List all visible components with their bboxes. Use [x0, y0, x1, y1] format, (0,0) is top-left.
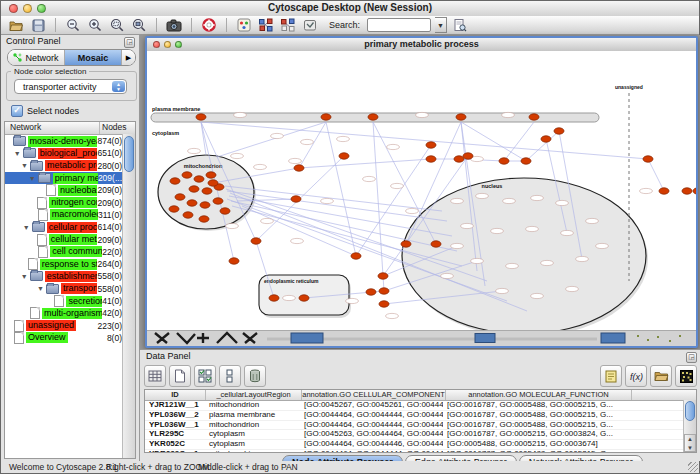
tree-row[interactable]: secretion41(0): [5, 295, 135, 307]
tree-expander-icon[interactable]: ▼: [27, 175, 38, 182]
table-scrollbar-thumb[interactable]: [685, 401, 695, 421]
network-node[interactable]: [401, 241, 411, 247]
network-node[interactable]: [189, 186, 199, 192]
vizmapper-button[interactable]: [235, 17, 253, 33]
network-node[interactable]: [183, 212, 193, 218]
network-node[interactable]: [291, 196, 301, 202]
compartment-nucleus[interactable]: [402, 178, 646, 332]
tree-row[interactable]: ▼metabolic process280(0): [5, 160, 135, 172]
network-edge[interactable]: [299, 159, 431, 168]
network-edge[interactable]: [299, 122, 326, 168]
tree-row[interactable]: ▼transport558(0): [5, 283, 135, 295]
table-scroll-arrows[interactable]: ▲▼: [684, 434, 696, 452]
tree-row[interactable]: response to stimulu264(0): [5, 258, 135, 270]
tree-scrollbar-thumb[interactable]: [124, 136, 134, 172]
network-edge[interactable]: [373, 122, 384, 291]
network-node[interactable]: [659, 188, 669, 194]
network-node[interactable]: [269, 295, 279, 301]
attribute-notes-button[interactable]: [600, 365, 622, 387]
attribute-table-button[interactable]: [144, 365, 166, 387]
tree-row[interactable]: ▼establishment of lo558(0): [5, 270, 135, 282]
network-edge[interactable]: [504, 122, 534, 161]
table-column-header[interactable]: annotation.GO MOLECULAR_FUNCTION: [446, 390, 632, 400]
network-node[interactable]: [169, 206, 179, 212]
table-row[interactable]: YJR121W__1mitochondrion[GO:0045267, GO:0…: [145, 401, 696, 411]
network-node[interactable]: [229, 258, 239, 264]
help-lifering-button[interactable]: [200, 17, 218, 33]
network-node[interactable]: [431, 241, 441, 247]
network-node[interactable]: [294, 165, 304, 171]
network-node[interactable]: [299, 295, 309, 301]
tree-row[interactable]: macromolecule311(0): [5, 209, 135, 221]
network-node[interactable]: [643, 156, 653, 162]
network-node[interactable]: [213, 198, 223, 204]
network-window-titlebar[interactable]: primary metabolic process: [147, 38, 696, 52]
network-node[interactable]: [206, 172, 216, 178]
network-node[interactable]: [182, 172, 192, 178]
control-panel-detach-icon[interactable]: ◲: [124, 37, 135, 48]
zoom-selected-region-button[interactable]: [108, 17, 126, 33]
tree-scrollbar[interactable]: [122, 134, 135, 458]
tree-column-network[interactable]: Network: [5, 122, 100, 134]
data-panel-detach-icon[interactable]: ◲: [686, 352, 697, 363]
attribute-matrix-button[interactable]: [675, 365, 697, 387]
zoom-out-button[interactable]: [64, 17, 82, 33]
network-node[interactable]: [196, 114, 206, 120]
network-edge[interactable]: [326, 122, 356, 256]
delete-attribute-button[interactable]: [244, 365, 266, 387]
resize-grip[interactable]: [688, 462, 698, 472]
tree-column-nodes[interactable]: Nodes: [100, 122, 135, 134]
network-node[interactable]: [378, 273, 388, 279]
import-attributes-button[interactable]: [650, 365, 672, 387]
save-button[interactable]: [29, 17, 47, 33]
network-node[interactable]: [426, 142, 436, 148]
tree-expander-icon[interactable]: ▼: [19, 273, 30, 280]
tree-row[interactable]: nucleobase-209(0): [5, 184, 135, 196]
tree-row[interactable]: cellular metabol209(0): [5, 233, 135, 245]
network-node[interactable]: [554, 128, 564, 134]
annotation-button[interactable]: [301, 17, 319, 33]
table-row[interactable]: YPL036W__1mitochondrion[GO:0044464, GO:0…: [145, 421, 696, 431]
tree-expander-icon[interactable]: ▼: [19, 162, 30, 169]
duplicate-network-button[interactable]: [279, 17, 297, 33]
network-canvas[interactable]: plasma membranecytoplasmmitochondrionnuc…: [147, 51, 696, 332]
tree-row[interactable]: ▼primary metabo209(...: [5, 172, 135, 184]
tab-mosaic[interactable]: Mosaic: [65, 50, 122, 65]
formula-builder-button[interactable]: f(x): [625, 365, 647, 387]
network-node[interactable]: [187, 200, 197, 206]
tab-scroll-right-button[interactable]: ▶: [122, 50, 135, 65]
node-color-attribute-select[interactable]: transporter activity ▲▼: [14, 79, 127, 94]
table-row[interactable]: YDR039C__1mitochondrion[GO:0044464, GO:0…: [145, 450, 696, 453]
network-node[interactable]: [170, 178, 180, 184]
network-node[interactable]: [463, 153, 473, 159]
network-node[interactable]: [202, 188, 212, 194]
network-node[interactable]: [454, 156, 464, 162]
network-edge[interactable]: [227, 191, 447, 221]
network-node[interactable]: [693, 188, 696, 194]
network-node[interactable]: [529, 114, 539, 120]
table-column-header[interactable]: annotation.GO CELLULAR_COMPONENT: [302, 390, 446, 400]
table-column-header[interactable]: _cellularLayoutRegion: [206, 390, 302, 400]
network-node[interactable]: [499, 158, 509, 164]
network-node[interactable]: [200, 202, 210, 208]
new-attribute-button[interactable]: [169, 365, 191, 387]
tree-row[interactable]: cell communicat22(0): [5, 246, 135, 258]
network-node[interactable]: [199, 216, 209, 222]
network-node[interactable]: [521, 158, 531, 164]
network-node[interactable]: [682, 188, 692, 194]
network-node[interactable]: [379, 301, 389, 307]
network-edge[interactable]: [242, 206, 356, 256]
search-input[interactable]: [367, 18, 431, 32]
zoom-in-button[interactable]: [86, 17, 104, 33]
network-edge[interactable]: [526, 131, 559, 161]
tree-expander-icon[interactable]: ▼: [35, 285, 46, 292]
network-node[interactable]: [220, 208, 230, 214]
network-node[interactable]: [541, 136, 551, 142]
select-nodes-checkbox[interactable]: ✓: [11, 105, 23, 117]
advanced-search-button[interactable]: [451, 17, 469, 33]
network-node[interactable]: [368, 114, 378, 120]
network-node[interactable]: [366, 289, 376, 295]
unselect-attributes-button[interactable]: [219, 365, 241, 387]
table-row[interactable]: YPL036W__2plasma membrane[GO:0044464, GO…: [145, 411, 696, 421]
table-row[interactable]: YLR295Ccytoplasm[GO:0045263, GO:0044464,…: [145, 430, 696, 440]
